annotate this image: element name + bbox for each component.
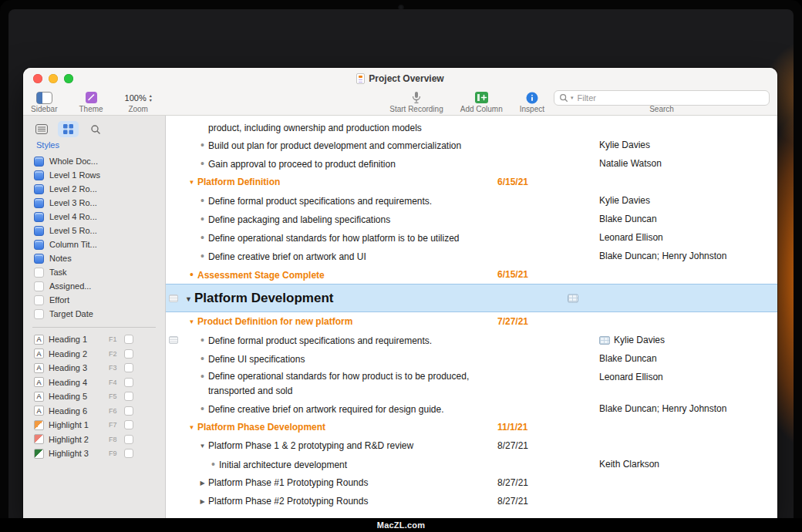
inspect-button[interactable]: Inspect bbox=[520, 90, 544, 114]
row-disclosure-marker[interactable] bbox=[197, 473, 208, 493]
row-topic[interactable]: Platform Phase #1 Prototyping Rounds bbox=[208, 477, 368, 488]
style-checkbox[interactable] bbox=[124, 449, 133, 458]
row-assigned-cell[interactable]: Blake Duncan; Henry Johnston bbox=[599, 399, 726, 418]
row-assigned-cell[interactable]: Keith Clarkson bbox=[599, 455, 659, 473]
style-list-item[interactable]: Effort bbox=[34, 293, 165, 307]
row-assigned-cell[interactable]: Natalie Watson bbox=[599, 154, 662, 173]
add-column-button[interactable]: Add Column bbox=[460, 90, 503, 114]
style-checkbox[interactable] bbox=[124, 335, 133, 344]
row-target-date[interactable]: 8/27/21 bbox=[497, 473, 528, 492]
row-disclosure-marker[interactable] bbox=[197, 369, 208, 385]
row-topic[interactable]: Define formal product specifications and… bbox=[208, 196, 432, 207]
outline-row[interactable]: Assessment Stage Complete 6/15/21 bbox=[166, 265, 777, 284]
outline-row[interactable]: Define creative brief on artwork require… bbox=[166, 399, 777, 418]
style-list-item[interactable]: Notes bbox=[34, 251, 165, 265]
theme-button[interactable]: Theme bbox=[79, 90, 103, 114]
row-assigned-cell[interactable]: Blake Duncan bbox=[599, 349, 657, 368]
row-target-date[interactable]: 7/27/21 bbox=[497, 312, 528, 331]
style-list-item[interactable]: Column Tit... bbox=[34, 237, 165, 251]
zoom-stepper-icon[interactable]: ▴▾ bbox=[150, 93, 152, 103]
zoom-window-button[interactable] bbox=[64, 74, 73, 83]
row-assigned-cell[interactable]: Blake Duncan bbox=[599, 210, 657, 228]
row-disclosure-marker[interactable] bbox=[186, 265, 197, 285]
start-recording-button[interactable]: Start Recording bbox=[389, 90, 443, 114]
row-topic[interactable]: Build out plan for product development a… bbox=[208, 140, 461, 151]
row-target-date[interactable]: 6/15/21 bbox=[497, 265, 528, 284]
sidebar-toggle-button[interactable]: Sidebar bbox=[31, 90, 57, 114]
row-topic[interactable]: Platform Phase #2 Prototyping Rounds bbox=[208, 496, 368, 507]
outline-row[interactable]: Define operational standards for how pla… bbox=[166, 228, 777, 247]
close-button[interactable] bbox=[33, 74, 42, 83]
row-topic[interactable]: Define packaging and labeling specificat… bbox=[208, 214, 390, 225]
row-topic[interactable]: Define creative brief on artwork and UI bbox=[208, 251, 366, 262]
named-style-item[interactable]: Heading 5 F5 bbox=[23, 389, 165, 404]
row-disclosure-marker[interactable] bbox=[186, 173, 197, 192]
row-topic[interactable]: Platform Definition bbox=[197, 177, 280, 187]
row-disclosure-marker[interactable] bbox=[197, 492, 208, 511]
style-list-item[interactable]: Whole Doc... bbox=[34, 154, 165, 168]
style-checkbox[interactable] bbox=[124, 420, 133, 429]
row-disclosure-marker[interactable] bbox=[186, 312, 197, 332]
named-style-item[interactable]: Heading 4 F4 bbox=[23, 375, 165, 390]
table-cell-icon[interactable] bbox=[599, 336, 610, 345]
style-list-item[interactable]: Target Date bbox=[34, 307, 165, 321]
row-topic[interactable]: Platform Phase Development bbox=[197, 422, 325, 433]
named-style-item[interactable]: Heading 6 F6 bbox=[23, 404, 165, 419]
outline-row[interactable]: Define creative brief on artwork and UI … bbox=[166, 247, 777, 265]
outline-row[interactable]: Product Definition for new platform 7/27… bbox=[166, 312, 777, 331]
search-input[interactable] bbox=[576, 93, 764, 103]
named-style-item[interactable]: Highlight 2 F8 bbox=[23, 433, 165, 447]
tab-styles[interactable] bbox=[58, 121, 79, 137]
named-style-item[interactable]: Highlight 1 F7 bbox=[23, 418, 165, 433]
outline-row[interactable]: Define UI specifications Blake Duncan bbox=[166, 349, 777, 368]
style-list-item[interactable]: Level 1 Rows bbox=[34, 168, 165, 182]
outline-row[interactable]: Build out plan for product development a… bbox=[166, 136, 777, 154]
search-scope-chevron-icon[interactable]: ▾ bbox=[571, 93, 574, 103]
row-disclosure-marker[interactable] bbox=[197, 436, 208, 456]
named-style-item[interactable]: Heading 2 F2 bbox=[23, 347, 165, 362]
outline-row[interactable]: Platform Definition 6/15/21 bbox=[166, 173, 777, 191]
row-topic[interactable]: Platform Phase 1 & 2 prototyping and R&D… bbox=[208, 440, 413, 451]
note-gutter-icon[interactable] bbox=[169, 295, 178, 302]
named-style-item[interactable]: Heading 1 F1 bbox=[23, 332, 165, 347]
row-target-date[interactable]: 8/27/21 bbox=[497, 492, 528, 510]
row-disclosure-marker[interactable] bbox=[183, 285, 194, 314]
row-disclosure-marker[interactable] bbox=[197, 210, 208, 229]
row-disclosure-marker[interactable] bbox=[207, 455, 219, 474]
tab-contents[interactable] bbox=[31, 121, 52, 137]
row-topic[interactable]: product, including ownership and product… bbox=[208, 123, 422, 133]
row-topic[interactable]: Define formal product specifications and… bbox=[208, 335, 432, 346]
row-disclosure-marker[interactable] bbox=[197, 331, 208, 350]
zoom-control[interactable]: 100% ▴▾ Zoom bbox=[125, 90, 152, 114]
outline-row[interactable]: Define formal product specifications and… bbox=[166, 331, 777, 349]
outline-row[interactable]: Initial architecture development Keith C… bbox=[166, 455, 777, 473]
row-target-date[interactable]: 6/15/21 bbox=[497, 173, 528, 191]
row-assigned-cell[interactable]: Kylie Davies bbox=[599, 136, 650, 154]
row-assigned-cell[interactable]: Kylie Davies bbox=[599, 191, 650, 210]
outline-row[interactable]: Define packaging and labeling specificat… bbox=[166, 210, 777, 228]
row-disclosure-marker[interactable] bbox=[197, 247, 208, 266]
row-target-date[interactable]: 11/1/21 bbox=[497, 418, 527, 436]
row-topic[interactable]: Product Definition for new platform bbox=[197, 316, 352, 327]
style-checkbox[interactable] bbox=[124, 378, 133, 387]
row-assigned-cell[interactable]: Blake Duncan; Henry Johnston bbox=[599, 247, 726, 265]
outline-row[interactable]: Gain approval to proceed to product defi… bbox=[166, 154, 777, 173]
row-topic[interactable]: Initial architecture development bbox=[219, 460, 347, 470]
outline-row[interactable]: Platform Phase #1 Prototyping Rounds 8/2… bbox=[166, 473, 777, 492]
style-list-item[interactable]: Assigned... bbox=[34, 279, 165, 293]
row-disclosure-marker[interactable] bbox=[197, 349, 208, 369]
row-topic[interactable]: Define creative brief on artwork require… bbox=[208, 404, 444, 415]
row-disclosure-marker[interactable] bbox=[197, 399, 208, 419]
named-style-item[interactable]: Highlight 3 F9 bbox=[23, 446, 165, 461]
row-topic[interactable]: Define operational standards for how pro… bbox=[208, 369, 474, 399]
named-style-item[interactable]: Heading 3 F3 bbox=[23, 361, 165, 375]
outline-row[interactable]: Platform Development bbox=[166, 284, 777, 312]
style-list-item[interactable]: Level 4 Ro... bbox=[34, 210, 165, 224]
style-checkbox[interactable] bbox=[124, 363, 133, 372]
outline-view[interactable]: product, including ownership and product… bbox=[166, 116, 777, 518]
row-disclosure-marker[interactable] bbox=[197, 228, 208, 247]
outline-row[interactable]: product, including ownership and product… bbox=[166, 120, 777, 136]
outline-row[interactable]: Define formal product specifications and… bbox=[166, 191, 777, 210]
row-disclosure-marker[interactable] bbox=[197, 191, 208, 210]
table-attachment-icon[interactable] bbox=[568, 294, 578, 302]
